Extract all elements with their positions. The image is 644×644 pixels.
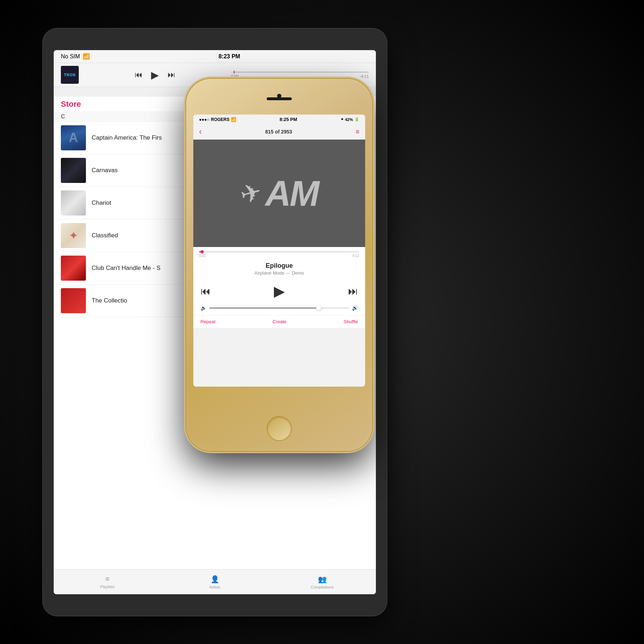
iphone-dots: ●●●○ — [199, 117, 209, 122]
iphone-nav-bar: ‹ 815 of 2953 ≡ — [193, 124, 365, 140]
ipad-progress-start: 0:00 — [231, 74, 238, 78]
am-text: AM — [265, 173, 318, 214]
iphone-player-controls: ⏮ ▶ ⏭ — [193, 279, 365, 304]
am-album-logo: ✈ AM — [241, 173, 318, 214]
iphone-battery: 42% — [345, 117, 353, 122]
ipad-progress-fill — [231, 72, 234, 73]
iphone-battery-icon: 🔋 — [354, 117, 359, 122]
iphone-back-button[interactable]: ‹ — [199, 127, 202, 136]
iphone-progress-bar[interactable] — [199, 251, 359, 252]
iphone-list-button[interactable]: ≡ — [355, 128, 359, 136]
ipad-play-button[interactable]: ▶ — [151, 69, 159, 81]
iphone-volume-knob — [316, 305, 321, 310]
iphone-shuffle-button[interactable]: Shuffle — [344, 319, 358, 324]
ipad-progress-times: 0:00 -4:11 — [231, 74, 369, 78]
iphone-home-button[interactable] — [267, 416, 292, 441]
ipad-rewind-button[interactable]: ⏮ — [135, 70, 142, 79]
iphone-volume-fill — [209, 308, 321, 309]
iphone-status-bar: ●●●○ ROGERS 📶 8:25 PM ✦ 42% 🔋 — [193, 115, 365, 124]
iphone-progress-dot — [200, 250, 204, 253]
ipad-progress-indicator — [234, 71, 234, 74]
ipad-tab-bar: ≡ Playlists 👤 Artists 👥 Compilations — [54, 569, 376, 594]
iphone-progress-area: 0:02 -4:12 — [193, 247, 365, 259]
ipad-tab-artists-label: Artists — [209, 585, 221, 589]
iphone-create-button[interactable]: Create — [272, 319, 286, 324]
iphone-song-artist: Airplane Mode — Demo — [199, 270, 359, 276]
ipad-transport-controls[interactable]: ⏮ ▶ ⏭ — [86, 69, 224, 81]
ipad-wifi-icon: 📶 — [83, 53, 90, 60]
iphone-volume-area: 🔈 🔊 — [193, 304, 365, 315]
volume-down-icon: 🔈 — [200, 305, 207, 311]
ipad-album-label: TRON — [64, 73, 76, 77]
ipad-tab-playlists[interactable]: ≡ Playlists — [54, 570, 161, 594]
ipad-album-art-carnavas — [61, 158, 86, 183]
iphone-status-right: ✦ 42% 🔋 — [340, 117, 359, 122]
volume-up-icon: 🔊 — [352, 305, 358, 311]
iphone-time: 8:25 PM — [280, 117, 297, 122]
ipad-progress-end: -4:11 — [360, 74, 369, 78]
ipad-tab-compilations-label: Compilations — [311, 585, 334, 589]
ipad-tab-compilations[interactable]: 👥 Compilations — [268, 570, 376, 594]
ipad-album-art-captain — [61, 125, 86, 150]
iphone-time-remaining: -4:12 — [351, 254, 359, 258]
iphone-action-bar: Repeat Create Shuffle — [193, 315, 365, 328]
ipad-fast-forward-button[interactable]: ⏭ — [168, 70, 175, 79]
ipad-album-art-club — [61, 256, 86, 281]
ipad-album-art-chariot — [61, 190, 86, 216]
ipad-status-left: No SIM 📶 — [61, 53, 90, 60]
iphone-status-left: ●●●○ ROGERS 📶 — [199, 117, 236, 122]
ipad-album-art-classified — [61, 223, 86, 248]
iphone-screen: ●●●○ ROGERS 📶 8:25 PM ✦ 42% 🔋 ‹ 815 of 2… — [193, 115, 365, 387]
playlists-icon: ≡ — [105, 575, 110, 583]
am-plane-icon: ✈ — [237, 176, 265, 210]
ipad-album-art-collection — [61, 288, 86, 313]
iphone-song-title: Epilogue — [199, 262, 359, 270]
ipad-progress-container: 0:00 -4:11 — [231, 72, 369, 78]
ipad-status-bar: No SIM 📶 8:23 PM — [54, 50, 376, 63]
iphone-volume-bar[interactable] — [209, 308, 349, 309]
ipad-time: 8:23 PM — [218, 53, 240, 60]
iphone-carrier: ROGERS — [211, 117, 229, 122]
compilations-icon: 👥 — [318, 575, 327, 584]
ipad-now-playing-thumb: TRON — [61, 66, 79, 84]
iphone-repeat-button[interactable]: Repeat — [200, 319, 216, 324]
iphone-fast-forward-button[interactable]: ⏭ — [348, 285, 358, 297]
ipad-progress-bar[interactable] — [231, 72, 369, 73]
iphone-rewind-button[interactable]: ⏮ — [200, 285, 210, 297]
artists-icon: 👤 — [210, 575, 219, 584]
iphone-bluetooth-icon: ✦ — [340, 117, 344, 122]
ipad-carrier: No SIM — [61, 53, 80, 60]
iphone-nav-title: 815 of 2953 — [265, 129, 292, 135]
iphone-play-button[interactable]: ▶ — [274, 283, 285, 299]
ipad-tab-artists[interactable]: 👤 Artists — [161, 570, 268, 594]
iphone-song-info: Epilogue Airplane Mode — Demo — [193, 259, 365, 279]
iphone-progress-times: 0:02 -4:12 — [199, 254, 359, 258]
iphone-album-art: ✈ AM — [193, 140, 365, 247]
iphone-device: ●●●○ ROGERS 📶 8:25 PM ✦ 42% 🔋 ‹ 815 of 2… — [186, 79, 372, 451]
ipad-tab-playlists-label: Playlists — [100, 585, 115, 589]
iphone-wifi-icon: 📶 — [231, 117, 236, 122]
iphone-time-elapsed: 0:02 — [199, 254, 206, 258]
iphone-speaker — [267, 97, 292, 100]
